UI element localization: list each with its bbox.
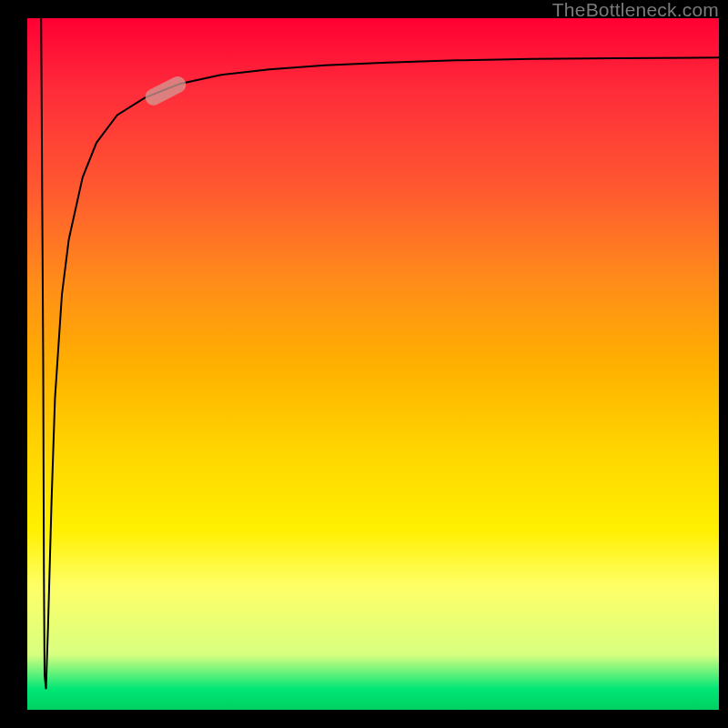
attribution-text: TheBottleneck.com bbox=[552, 0, 719, 21]
chart-frame: TheBottleneck.com bbox=[0, 0, 728, 728]
plot-area bbox=[27, 18, 719, 710]
